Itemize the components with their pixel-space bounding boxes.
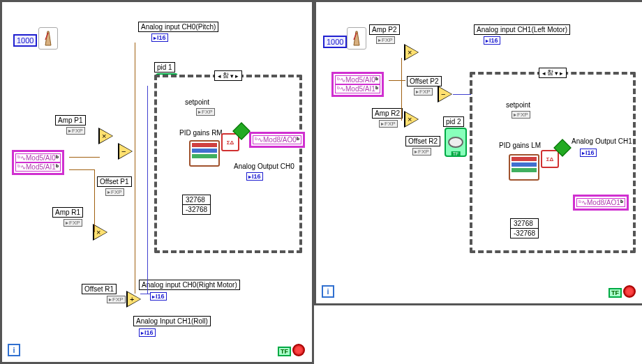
fxp-indicator: FXP [412,148,431,156]
fxp-indicator: FXP [64,219,82,227]
fxp-indicator: FXP [376,36,395,44]
io-mod5-ai1: ᵇ∿Mod5/AI1ᵇ [15,162,61,172]
i16-indicator: I16 [151,33,168,42]
fxp-indicator: FXP [414,88,433,96]
case-value: 참 [547,68,553,77]
amp-p2-label: Amp P2 [369,24,400,35]
case-selector[interactable]: ◂ 참 ▾ ▸ [539,68,567,78]
pid2-boolean-control[interactable]: TF [445,128,467,157]
subtract-op-p: − [119,144,132,158]
chevron-right-icon[interactable]: ▸ [235,73,239,79]
range-constants: 32768 -32768 [510,218,539,238]
analog-input-pitch-label: Analog input CH0(Pitch) [138,22,218,32]
stop-icon[interactable] [292,344,305,356]
chevron-down-icon[interactable]: ▾ [555,70,558,77]
wait-metronome-icon [347,27,366,50]
case-structure-left: ◂ 참 ▾ ▸ setpoint FXP PID gains RM ΣΔ ᵇ∿M… [154,75,302,253]
amp-r2-label: Amp R2 [372,108,403,119]
multiply-op-r1: × [94,225,107,239]
pid1-label: pid 1 [154,62,175,73]
range-hi: 32768 [183,195,210,205]
setpoint-label: setpoint [506,101,530,109]
io-mod8-ao1[interactable]: ᵇ∿Mod8/AO1ᵇ [573,195,629,211]
analog-input-right-label: Analog input CH0(Right Motor) [139,280,240,290]
loop-iteration-icon: i [8,344,20,356]
wait-metronome-icon [38,27,58,50]
i16-indicator: I16 [580,149,597,157]
wait-ms-constant: 1000 [13,34,37,47]
multiply-op-p2: × [405,45,418,59]
pid-gains-vi[interactable] [189,140,220,167]
fxp-indicator: FXP [105,188,124,196]
pid-gains-vi[interactable] [509,154,539,181]
fxp-indicator: FXP [107,296,126,303]
fxp-indicator: FXP [196,108,215,116]
pid2-label: pid 2 [443,116,464,127]
io-line: ᵇ∿Mod8/AO0ᵇ [253,135,301,144]
range-lo: -32768 [183,205,210,214]
io-mod8-ao0[interactable]: ᵇ∿Mod8/AO0ᵇ [249,132,305,148]
pid-sigma-icon: ΣΔ [541,150,559,168]
pid-sigma-icon: ΣΔ [221,133,239,151]
offset-p1-label: Offset P1 [97,176,132,187]
range-hi: 32768 [511,219,538,229]
amp-r1-label: Amp R1 [52,207,83,218]
setpoint-label: setpoint [185,98,209,106]
left-loop-panel: 1000 Analog input CH0(Pitch) I16 pid 1 T… [0,0,314,364]
io-mod5-ai0: ᵇ∿Mod5/AI0ᵇ [335,75,380,84]
range-lo: -32768 [511,229,538,238]
loop-iteration-icon: i [322,285,334,298]
i16-indicator: I16 [484,36,500,45]
case-selector[interactable]: ◂ 참 ▾ ▸ [214,70,242,81]
offset-r1-label: Offset R1 [82,284,117,294]
fxp-indicator: FXP [379,120,398,128]
pid-gains-rm-label: PID gains RM [179,129,223,137]
chevron-down-icon[interactable]: ▾ [230,73,234,79]
tf-terminal: TF [609,288,622,298]
io-line: ᵇ∿Mod8/AO1ᵇ [576,198,625,207]
chevron-right-icon[interactable]: ▸ [560,70,563,77]
offset-p2-label: Offset P2 [407,76,442,86]
analog-input-left-label: Analog input CH1(Left Motor) [474,24,570,35]
tf-terminal: TF [278,347,291,356]
amp-p1-label: Amp P1 [55,115,86,126]
multiply-op-p1: × [100,129,112,143]
fxp-indicator: FXP [66,127,85,135]
chevron-left-icon[interactable]: ◂ [542,70,546,77]
stop-icon[interactable] [623,285,636,298]
io-mod5-ai1: ᵇ∿Mod5/AI1ᵇ [335,84,380,93]
subtract-op-p2: − [439,87,451,101]
pid-gains-lm-label: PID gains LM [499,142,541,149]
io-mod5-ai0: ᵇ∿Mod5/AI0ᵇ [15,153,61,162]
case-value: 참 [223,71,229,80]
case-structure-right: ◂ 참 ▾ ▸ setpoint FXP PID gains LM ΣΔ Ana… [470,72,636,253]
multiply-op-r2: × [405,112,418,126]
analog-output-ch1-label: Analog Output CH1 [572,137,632,145]
offset-r2-label: Offset R2 [405,136,440,146]
range-constants: 32768 -32768 [182,195,211,215]
right-loop-panel: 1000 Amp P2 FXP × Offset P2 FXP − ᵇ∿Mod5… [314,0,642,305]
analog-input-roll-label: Analog Input CH1(Roll) [133,316,211,326]
io-mod5-ai-cluster-left[interactable]: ᵇ∿Mod5/AI0ᵇ ᵇ∿Mod5/AI1ᵇ [12,150,64,175]
wait-ms-constant: 1000 [323,36,347,48]
fxp-indicator: FXP [512,111,530,119]
analog-output-ch0-label: Analog Output CH0 [234,162,294,170]
i16-indicator: I16 [139,328,156,337]
chevron-left-icon[interactable]: ◂ [218,73,221,79]
i16-indicator: I16 [246,172,263,181]
i16-indicator: I16 [150,292,167,301]
tf-label: TF [451,151,461,156]
io-mod5-ai-cluster-right[interactable]: ᵇ∿Mod5/AI0ᵇ ᵇ∿Mod5/AI1ᵇ [331,72,384,97]
add-op-r: + [128,292,140,306]
